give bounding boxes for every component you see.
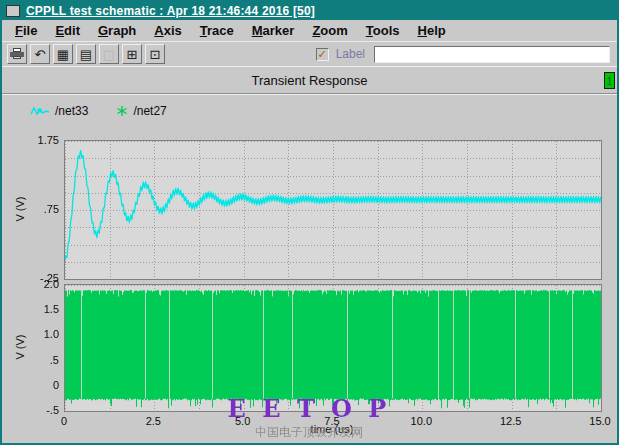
menu-marker[interactable]: Marker bbox=[243, 21, 304, 40]
y-tick-label: 2.0 bbox=[2, 278, 59, 290]
label-checkbox[interactable]: ✓ bbox=[316, 48, 329, 61]
print-icon[interactable] bbox=[7, 44, 27, 64]
strip-chart-icon[interactable]: ▤ bbox=[76, 44, 96, 64]
window-menu-icon[interactable] bbox=[6, 5, 20, 17]
x-tick-label: 15.0 bbox=[585, 415, 615, 427]
menu-tools[interactable]: Tools bbox=[357, 21, 409, 40]
menu-zoom[interactable]: Zoom bbox=[303, 21, 356, 40]
y-tick-label: 1.0 bbox=[2, 328, 59, 340]
menu-trace[interactable]: Trace bbox=[191, 21, 243, 40]
watermark-subtext: 中国电子顶级开发网 bbox=[255, 424, 363, 441]
x-tick-label: 12.5 bbox=[496, 415, 526, 427]
legend-label-net33: /net33 bbox=[55, 104, 88, 118]
legend-label-net27: /net27 bbox=[133, 104, 166, 118]
waveform-plot-net33[interactable] bbox=[64, 140, 602, 280]
undo-icon[interactable]: ↶ bbox=[30, 44, 50, 64]
printer-glyph bbox=[10, 48, 24, 60]
x-tick-label: 0 bbox=[49, 415, 79, 427]
toolbar: ↶ ▦ ▤ ▢ ⊞ ⊡ ✓ Label bbox=[2, 42, 617, 66]
legend: /net33 /net27 bbox=[2, 94, 617, 128]
menu-axis[interactable]: Axis bbox=[145, 21, 190, 40]
menu-help[interactable]: Help bbox=[409, 21, 455, 40]
subwindow-icon[interactable]: ⊡ bbox=[145, 44, 165, 64]
grid-icon[interactable]: ▦ bbox=[53, 44, 73, 64]
legend-item-net27[interactable]: /net27 bbox=[116, 104, 166, 118]
menu-graph[interactable]: Graph bbox=[89, 21, 145, 40]
watermark-text: E E T O P bbox=[228, 394, 391, 423]
y-tick-label: 0 bbox=[2, 379, 59, 391]
label-checkbox-text: Label bbox=[336, 47, 365, 61]
x-tick-label: 2.5 bbox=[138, 415, 168, 427]
title-bar[interactable]: CPPLL test schematic : Apr 18 21:46:44 2… bbox=[2, 2, 617, 20]
net33-trace-icon bbox=[30, 106, 50, 116]
plot-area: V (V) V (V) 1.75.75-.252.01.51.0.50-.502… bbox=[2, 128, 617, 445]
page-badge[interactable]: 1 bbox=[604, 72, 615, 89]
y-tick-label: .5 bbox=[2, 354, 59, 366]
menu-bar: File Edit Graph Axis Trace Marker Zoom T… bbox=[2, 20, 617, 42]
graph-title: Transient Response bbox=[252, 73, 368, 88]
waveform-plot-net27[interactable] bbox=[64, 284, 602, 412]
app-window: CPPLL test schematic : Apr 18 21:46:44 2… bbox=[0, 0, 619, 445]
blank-icon[interactable]: ▢ bbox=[99, 44, 119, 64]
label-input[interactable] bbox=[374, 46, 610, 63]
y-tick-label: .75 bbox=[2, 203, 59, 215]
x-tick-label: 10.0 bbox=[406, 415, 436, 427]
y-tick-label: 1.5 bbox=[2, 303, 59, 315]
window-title: CPPLL test schematic : Apr 18 21:46:44 2… bbox=[26, 4, 315, 18]
split-window-icon[interactable]: ⊞ bbox=[122, 44, 142, 64]
net27-asterisk-icon bbox=[116, 105, 128, 117]
graph-header: Transient Response 1 bbox=[2, 66, 617, 94]
legend-item-net33[interactable]: /net33 bbox=[30, 104, 88, 118]
menu-file[interactable]: File bbox=[6, 21, 46, 40]
y-tick-label: 1.75 bbox=[2, 134, 59, 146]
menu-edit[interactable]: Edit bbox=[46, 21, 89, 40]
